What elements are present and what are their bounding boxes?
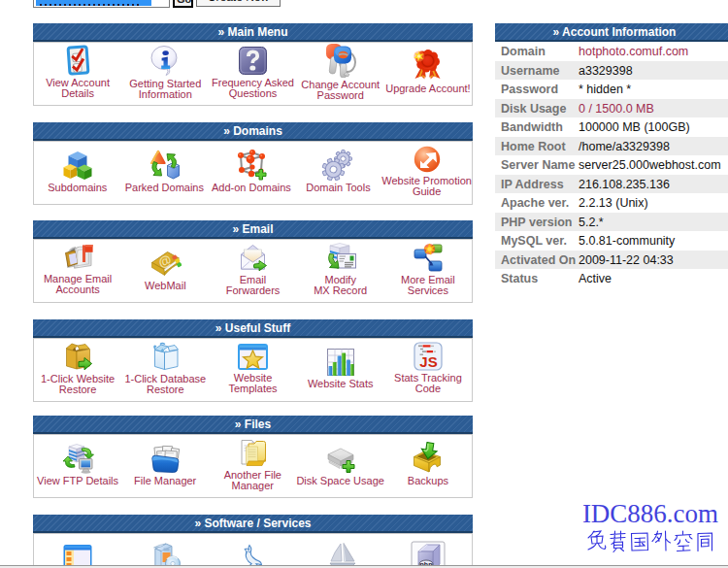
svg-text:JS: JS (419, 353, 437, 370)
